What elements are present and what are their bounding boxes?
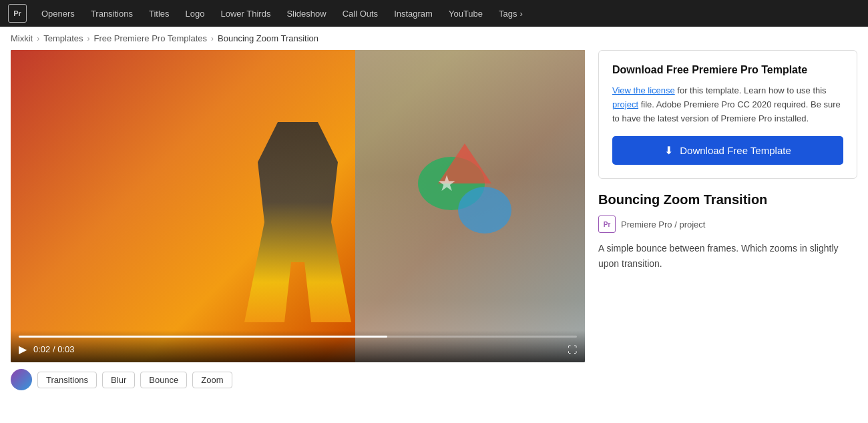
download-card-description: View the license for this template. Lear… <box>612 84 843 125</box>
nav-item-youtube[interactable]: YouTube <box>442 0 489 27</box>
nav-item-openers[interactable]: Openers <box>35 0 81 27</box>
breadcrumb-templates[interactable]: Templates <box>43 33 83 43</box>
pr-badge: Pr <box>598 216 616 233</box>
navigation: Pr Openers Transitions Titles Logo Lower… <box>0 0 868 27</box>
nav-item-call-outs[interactable]: Call Outs <box>336 0 385 27</box>
graffiti-overlay: ★ <box>398 130 531 264</box>
video-section: ★ ▶ 0:02 / 0:03 ⛶ <box>11 50 585 390</box>
main-layout: ★ ▶ 0:02 / 0:03 ⛶ <box>0 50 868 404</box>
progress-fill <box>19 336 387 338</box>
nav-logo: Pr <box>8 4 27 23</box>
nav-item-tags[interactable]: Tags › <box>492 0 529 27</box>
svg-text:★: ★ <box>438 173 455 194</box>
nav-item-titles[interactable]: Titles <box>142 0 176 27</box>
breadcrumb: Mixkit › Templates › Free Premiere Pro T… <box>0 27 868 50</box>
svg-point-2 <box>458 187 511 234</box>
tag-bounce[interactable]: Bounce <box>140 372 187 388</box>
download-card-title: Download Free Premiere Pro Template <box>612 64 843 76</box>
breadcrumb-sep-1: › <box>37 34 39 43</box>
view-license-link[interactable]: View the license <box>612 85 675 95</box>
project-link[interactable]: project <box>612 99 638 109</box>
download-button-label: Download Free Template <box>680 145 791 156</box>
video-controls: ▶ 0:02 / 0:03 ⛶ <box>11 330 585 362</box>
total-time: 0:03 <box>57 344 74 354</box>
controls-left: ▶ 0:02 / 0:03 <box>19 343 74 356</box>
breadcrumb-sep-3: › <box>211 34 214 43</box>
nav-item-logo[interactable]: Logo <box>179 0 212 27</box>
product-description: A simple bounce between frames. Which zo… <box>598 241 857 271</box>
tag-zoom[interactable]: Zoom <box>192 372 232 388</box>
breadcrumb-free-templates[interactable]: Free Premiere Pro Templates <box>93 33 207 43</box>
logo-label: Pr <box>13 9 21 17</box>
tag-blur[interactable]: Blur <box>102 372 135 388</box>
avatar <box>11 369 32 390</box>
video-player[interactable]: ★ ▶ 0:02 / 0:03 ⛶ <box>11 50 585 362</box>
tags-row: Transitions Blur Bounce Zoom <box>11 362 585 390</box>
breadcrumb-mixkit[interactable]: Mixkit <box>11 33 33 43</box>
nav-item-transitions[interactable]: Transitions <box>84 0 140 27</box>
controls-row: ▶ 0:02 / 0:03 ⛶ <box>19 343 577 356</box>
download-icon: ⬇ <box>664 144 673 157</box>
download-card: Download Free Premiere Pro Template View… <box>598 50 857 179</box>
product-info: Bouncing Zoom Transition Pr Premiere Pro… <box>598 192 857 271</box>
time-display: 0:02 / 0:03 <box>33 344 74 354</box>
nav-item-instagram[interactable]: Instagram <box>387 0 439 27</box>
fullscreen-button[interactable]: ⛶ <box>568 344 577 355</box>
play-button[interactable]: ▶ <box>19 343 27 356</box>
breadcrumb-current: Bouncing Zoom Transition <box>218 33 318 43</box>
product-meta-text: Premiere Pro / project <box>621 220 705 230</box>
breadcrumb-sep-2: › <box>87 34 89 43</box>
nav-item-lower-thirds[interactable]: Lower Thirds <box>214 0 277 27</box>
sidebar: Download Free Premiere Pro Template View… <box>598 50 857 271</box>
progress-bar[interactable] <box>19 336 577 338</box>
tags-label: Tags <box>499 9 517 19</box>
product-title: Bouncing Zoom Transition <box>598 192 857 207</box>
download-button[interactable]: ⬇ Download Free Template <box>612 136 843 165</box>
nav-item-slideshow[interactable]: Slideshow <box>280 0 333 27</box>
tag-transitions[interactable]: Transitions <box>37 372 97 388</box>
desc-after: file. Adobe Premiere Pro CC 2020 require… <box>612 99 841 123</box>
more-icon: › <box>520 9 523 19</box>
desc-middle: for this template. Learn how to use this <box>675 85 827 95</box>
product-meta: Pr Premiere Pro / project <box>598 216 857 233</box>
current-time: 0:02 <box>33 344 50 354</box>
